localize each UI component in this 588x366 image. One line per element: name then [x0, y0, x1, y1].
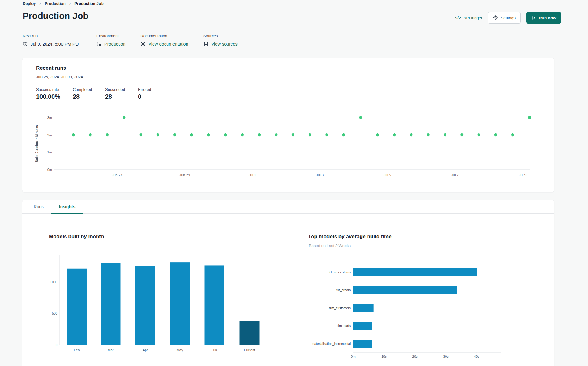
breadcrumb-production[interactable]: Production: [45, 1, 66, 6]
run-point[interactable]: [325, 133, 328, 136]
run-point[interactable]: [157, 133, 159, 136]
model-label: materialization_incremental: [312, 342, 351, 346]
run-point[interactable]: [292, 133, 294, 136]
y-tick-label: 1000: [50, 280, 57, 284]
month-bar-apr[interactable]: [135, 266, 155, 345]
stat-value: 28: [73, 93, 105, 100]
run-point[interactable]: [309, 133, 311, 136]
y-tick-label: 0m: [47, 168, 52, 172]
breadcrumb-deploy[interactable]: Deploy: [23, 1, 36, 6]
x-tick-label: 0m: [351, 355, 355, 358]
run-point[interactable]: [173, 133, 176, 136]
gear-icon: [493, 15, 498, 20]
run-point[interactable]: [494, 133, 497, 136]
model-label: fct_orders: [336, 288, 351, 292]
run-point[interactable]: [528, 116, 531, 119]
meta-documentation: Documentation View documentation: [140, 34, 188, 46]
model-bar-dim_parts[interactable]: [353, 322, 372, 330]
run-now-button[interactable]: Run now: [526, 12, 561, 24]
sources-label: Sources: [203, 34, 238, 38]
x-tick-label: Feb: [74, 348, 80, 352]
tab-runs[interactable]: Runs: [26, 200, 51, 213]
database-icon: [203, 41, 209, 46]
model-bar-fct_order_items[interactable]: [353, 268, 477, 276]
run-point[interactable]: [275, 133, 277, 136]
alarm-clock-icon: [23, 41, 28, 46]
month-bar-current[interactable]: [240, 321, 260, 345]
tab-insights[interactable]: Insights: [51, 200, 83, 213]
run-point[interactable]: [190, 133, 193, 136]
run-point[interactable]: [89, 133, 92, 136]
run-point[interactable]: [207, 133, 210, 136]
page-title: Production Job: [23, 11, 88, 21]
month-bar-jun[interactable]: [205, 265, 224, 345]
top-models-by-build-time-chart: 0m10s20s30s40sfct_order_itemsfct_ordersd…: [307, 261, 508, 362]
run-point[interactable]: [376, 133, 379, 136]
run-point[interactable]: [224, 133, 227, 136]
run-point[interactable]: [258, 133, 261, 136]
x-tick-label: Current: [244, 348, 255, 352]
header-actions: </> API trigger Settings Run now: [455, 12, 561, 24]
x-tick-label: Mar: [108, 348, 114, 352]
next-run-value: Jul 9, 2024, 5:00 PM PDT: [31, 42, 81, 46]
y-tick-label: 2m: [47, 133, 52, 137]
month-bar-feb[interactable]: [67, 269, 87, 345]
run-point[interactable]: [241, 133, 244, 136]
model-label: dim_parts: [337, 324, 351, 327]
stat-label: Errored: [138, 87, 151, 92]
run-now-label: Run now: [539, 16, 556, 20]
stat-success-rate: Success rate 100.00%: [36, 87, 73, 100]
model-bar-fct_orders[interactable]: [353, 286, 457, 294]
month-bar-mar[interactable]: [101, 263, 121, 345]
y-tick-label: 1m: [47, 150, 52, 154]
x-tick-label: Jul 9: [519, 173, 526, 177]
run-point[interactable]: [477, 133, 480, 136]
x-tick-label: May: [177, 348, 183, 352]
environment-label: Environment: [96, 34, 125, 38]
breadcrumb: Deploy › Production › Production Job: [23, 1, 104, 6]
meta-environment: Environment Production: [96, 34, 125, 46]
meta-sources: Sources View sources: [203, 34, 238, 46]
run-point[interactable]: [393, 133, 396, 136]
x-tick-label: 30s: [443, 355, 449, 358]
model-bar-dim_customers[interactable]: [353, 304, 374, 312]
run-point[interactable]: [410, 133, 412, 136]
documentation-value-row: View documentation: [140, 41, 188, 46]
x-tick-label: Jul 5: [384, 173, 391, 177]
run-point[interactable]: [139, 133, 142, 136]
play-icon: [531, 16, 536, 20]
environment-link[interactable]: Production: [104, 42, 125, 46]
stat-value: 28: [105, 93, 138, 100]
divider: [89, 34, 89, 46]
run-point[interactable]: [359, 116, 362, 119]
next-run-label: Next run: [23, 34, 81, 38]
month-bar-may[interactable]: [170, 262, 190, 345]
divider: [133, 34, 133, 46]
run-point[interactable]: [427, 133, 430, 136]
run-point[interactable]: [342, 133, 345, 136]
y-tick-label: 500: [52, 312, 57, 315]
top-models-subtitle: Based on Last 2 Weeks: [309, 243, 351, 248]
run-point[interactable]: [444, 133, 446, 136]
model-label: fct_order_items: [329, 270, 351, 274]
x-tick-label: Jul 1: [249, 173, 256, 177]
stat-label: Success rate: [36, 87, 73, 92]
run-point[interactable]: [460, 133, 463, 136]
models-built-by-month-title: Models built by month: [49, 234, 104, 240]
stat-label: Succeeded: [105, 87, 138, 92]
scatter-ylabel: Build Duration in Minutes: [35, 125, 39, 162]
next-run-value-row: Jul 9, 2024, 5:00 PM PDT: [23, 41, 81, 46]
job-meta-row: Next run Jul 9, 2024, 5:00 PM PDT Enviro…: [23, 34, 238, 46]
chevron-right-icon: ›: [69, 1, 71, 6]
model-bar-materialization_incremental[interactable]: [353, 340, 372, 348]
run-point[interactable]: [511, 133, 514, 136]
run-point[interactable]: [123, 116, 125, 119]
api-trigger-link[interactable]: </> API trigger: [455, 16, 482, 20]
x-tick-label: Jun 27: [112, 173, 123, 177]
x-tick-label: 20s: [412, 355, 418, 358]
view-documentation-link[interactable]: View documentation: [148, 42, 188, 46]
run-point[interactable]: [106, 133, 109, 136]
view-sources-link[interactable]: View sources: [211, 42, 238, 46]
settings-button[interactable]: Settings: [488, 12, 521, 24]
run-point[interactable]: [72, 133, 75, 136]
